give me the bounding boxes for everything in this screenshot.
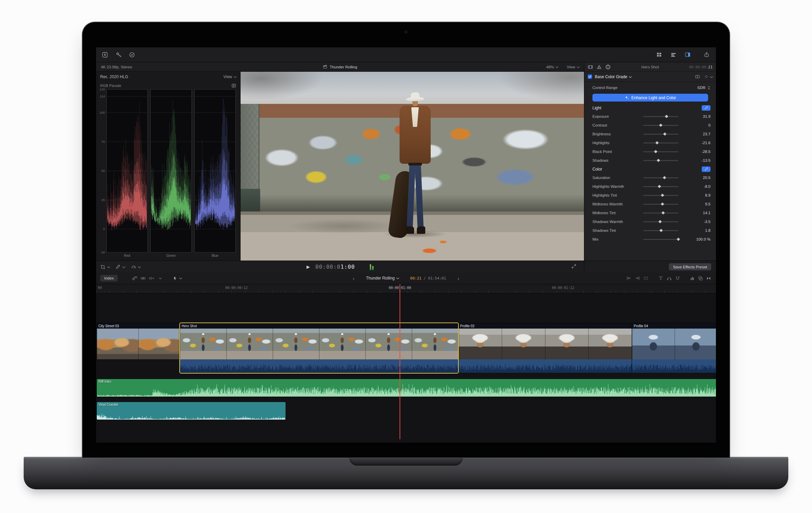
slider-track[interactable]: [643, 160, 678, 161]
scope-view-menu[interactable]: View: [223, 74, 236, 79]
background-tasks-icon[interactable]: [128, 51, 136, 59]
video-inspector-icon[interactable]: [588, 64, 593, 70]
slider-label: Black Point: [592, 150, 636, 154]
project-clapper-icon: [323, 65, 327, 69]
slider-track[interactable]: [643, 186, 678, 187]
slider-thumb[interactable]: [663, 176, 666, 179]
timeline-clip-hero-shot[interactable]: Hero Shot: [180, 323, 458, 373]
slider-thumb[interactable]: [657, 159, 660, 162]
slider-track[interactable]: [643, 204, 678, 205]
timeline-ruler[interactable]: 0000:00:00:1200:00:01:0000:00:01:12: [96, 284, 716, 293]
effects-browser-icon[interactable]: [698, 276, 703, 281]
index-button[interactable]: Index: [100, 275, 118, 282]
slider-track[interactable]: [643, 116, 678, 117]
snapping-icon[interactable]: [675, 275, 680, 281]
color-auto-enhance-button[interactable]: [702, 166, 710, 172]
clip-audio-waveform: [632, 359, 716, 373]
timeline-clip-profile-02[interactable]: Profile 02: [458, 323, 632, 373]
slider-track[interactable]: [643, 151, 678, 152]
slider-row: Saturation20.5: [584, 173, 716, 182]
show-timeline-icon[interactable]: [669, 51, 677, 59]
clip-name-label: City Street 03: [98, 324, 119, 328]
solo-icon[interactable]: [667, 275, 672, 281]
slider-thumb[interactable]: [659, 124, 662, 127]
slider-track[interactable]: [643, 213, 678, 214]
wand-icon: [704, 106, 708, 110]
keyword-icon[interactable]: [114, 51, 122, 59]
viewer-project-title: Thunder Rolling: [330, 65, 357, 69]
share-icon[interactable]: [702, 51, 710, 59]
next-project-icon[interactable]: ›: [457, 275, 459, 281]
clip-name-label: Profile 04: [634, 324, 648, 328]
ruler-timecode-label: 00:00:01:12: [549, 286, 577, 290]
control-range-select[interactable]: SDR: [697, 86, 710, 90]
scope-display-options-icon[interactable]: [231, 83, 236, 88]
timeline-clip-city-street-03[interactable]: City Street 03: [97, 323, 180, 359]
clip-name-label: Profile 02: [460, 324, 474, 328]
slider-thumb[interactable]: [661, 211, 665, 215]
previous-project-icon[interactable]: ‹: [353, 275, 355, 281]
timeline-project-menu[interactable]: Thunder Rolling: [366, 276, 399, 281]
range-tool-icon[interactable]: [643, 275, 649, 281]
slider-label: Highlights Warmth: [592, 184, 636, 188]
audio-clip-vinyl-crackle[interactable]: Vinyl Crackle: [97, 402, 286, 420]
playhead[interactable]: [400, 284, 400, 439]
transitions-browser-icon[interactable]: [706, 276, 711, 281]
viewer-view-menu[interactable]: View: [567, 65, 579, 69]
wand-icon: [704, 167, 708, 171]
trim-end-icon[interactable]: [635, 275, 640, 281]
connect-edit-icon[interactable]: [132, 275, 137, 281]
effect-nav-icon[interactable]: [704, 74, 713, 79]
slider-track[interactable]: [643, 134, 678, 135]
scene-cowboy-figure: [383, 92, 447, 239]
show-browser-icon[interactable]: [655, 51, 663, 59]
slider-thumb[interactable]: [658, 220, 662, 223]
timeline-tracks: City Street 03Hero ShotProfile 02Profile…: [96, 293, 716, 443]
slider-thumb[interactable]: [665, 115, 668, 118]
show-inspector-icon[interactable]: [683, 51, 692, 59]
slider-track[interactable]: [643, 125, 678, 126]
light-auto-enhance-button[interactable]: [702, 105, 710, 111]
fullscreen-icon[interactable]: [571, 264, 577, 269]
audio-meters[interactable]: [370, 264, 374, 270]
slider-row: Highlights Warmth-8.0: [584, 182, 716, 191]
slider-track[interactable]: [643, 177, 678, 178]
info-inspector-icon[interactable]: [605, 64, 611, 70]
viewer-zoom-menu[interactable]: 48%: [546, 65, 558, 69]
mix-slider-thumb[interactable]: [677, 238, 680, 241]
effect-enable-checkbox[interactable]: [588, 74, 592, 79]
main-toolbar: [96, 47, 716, 62]
import-media-icon[interactable]: [101, 51, 109, 59]
mix-slider-track[interactable]: [643, 239, 678, 240]
slider-thumb[interactable]: [663, 132, 667, 136]
append-edit-icon[interactable]: [149, 275, 154, 281]
slider-value: -8.0: [704, 184, 710, 188]
effect-name-menu[interactable]: Base Color Grade: [595, 74, 631, 79]
slider-thumb[interactable]: [661, 202, 664, 206]
slider-track[interactable]: [643, 142, 678, 143]
clip-name-label: Vinyl Crackle: [98, 403, 118, 406]
slider-track[interactable]: [643, 221, 678, 222]
slider-thumb[interactable]: [658, 185, 661, 188]
slider-thumb[interactable]: [661, 194, 664, 197]
trim-start-icon[interactable]: [626, 275, 632, 281]
slider-thumb[interactable]: [655, 141, 659, 144]
select-tool-menu[interactable]: [173, 276, 182, 281]
slider-track[interactable]: [643, 195, 678, 196]
light-section-label: Light: [592, 106, 601, 110]
audio-meters-icon[interactable]: [690, 276, 695, 281]
enhance-light-color-button[interactable]: Enhance Light and Color: [592, 94, 708, 102]
insert-edit-icon[interactable]: [140, 275, 146, 281]
play-button[interactable]: ▶: [307, 264, 310, 269]
save-effects-preset-button[interactable]: Save Effects Preset: [669, 263, 711, 270]
slider-thumb[interactable]: [654, 150, 657, 153]
audio-clip-riff-intro[interactable]: Riff Intro: [97, 379, 716, 397]
slider-thumb[interactable]: [659, 229, 663, 232]
inspector-clip-name: Hero Shot: [641, 65, 659, 69]
slider-track[interactable]: [643, 230, 678, 231]
color-inspector-icon[interactable]: [596, 64, 602, 70]
skimming-icon[interactable]: [658, 275, 663, 281]
slider-label: Exposure: [592, 114, 636, 118]
timeline-clip-profile-04[interactable]: Profile 04: [632, 323, 716, 373]
compare-icon[interactable]: [695, 74, 700, 79]
